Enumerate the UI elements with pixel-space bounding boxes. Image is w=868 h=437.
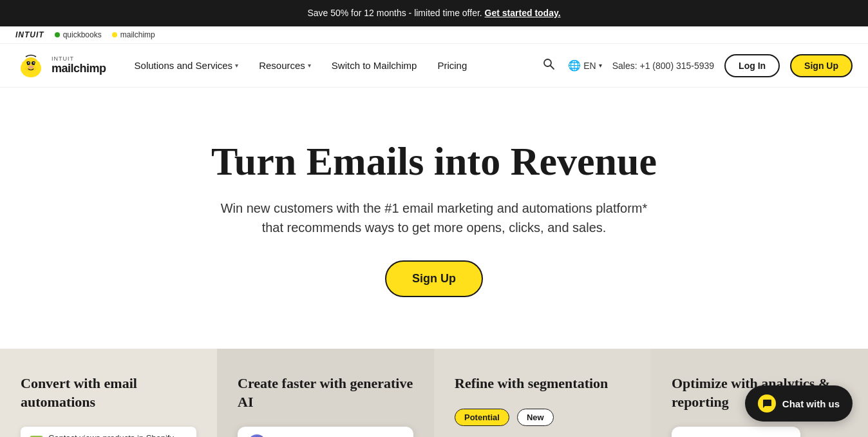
language-selector[interactable]: 🌐 EN ▾ (568, 59, 601, 72)
ai-card-title: Create faster with generative AI (238, 374, 413, 411)
nav-links: Solutions and Services ▾ Resources ▾ Swi… (127, 55, 540, 76)
intuit-assist-avatar: A (248, 434, 266, 437)
nav-resources[interactable]: Resources ▾ (251, 55, 319, 76)
nav-switch-mailchimp[interactable]: Switch to Mailchimp (324, 55, 425, 76)
feature-cards-row: Convert with email automations S Contact… (0, 349, 868, 437)
resources-chevron-icon: ▾ (308, 62, 311, 69)
svg-point-4 (28, 62, 30, 63)
svg-point-6 (28, 65, 33, 68)
lang-chevron-icon: ▾ (599, 62, 602, 69)
shopify-notification-card: S Contact views products in Shopify stor… (21, 427, 196, 437)
intuit-bar: INTUIT quickbooks mailchimp (0, 26, 868, 44)
main-nav: INTUIT mailchimp Solutions and Services … (0, 44, 868, 88)
solutions-chevron-icon: ▾ (235, 62, 238, 69)
chat-label: Chat with us (782, 398, 840, 409)
mailchimp-dot (112, 32, 117, 37)
segmentation-card-title: Refine with segmentation (455, 374, 630, 393)
globe-icon: 🌐 (568, 59, 581, 72)
automations-card-title: Convert with email automations (21, 374, 196, 411)
login-button[interactable]: Log In (724, 54, 780, 77)
chat-widget[interactable]: Chat with us (745, 385, 853, 422)
intuit-assist-card: A Intuit Assist (238, 427, 413, 437)
svg-line-10 (551, 66, 554, 69)
search-icon (542, 57, 555, 70)
logo-mailchimp-text: mailchimp (52, 63, 106, 75)
search-button[interactable] (540, 55, 558, 76)
quickbooks-dot (55, 32, 60, 37)
shopify-card-text: Contact views products in Shopify store (48, 433, 187, 437)
quickbooks-label: quickbooks (63, 30, 102, 39)
new-badge: New (517, 409, 554, 426)
feature-card-ai: Create faster with generative AI A (217, 349, 434, 437)
signup-nav-button[interactable]: Sign Up (790, 54, 853, 77)
sales-phone: Sales: +1 (800) 315-5939 (612, 61, 714, 71)
svg-point-9 (544, 59, 551, 66)
hero-section: Turn Emails into Revenue Win new custome… (0, 88, 868, 349)
chat-icon (758, 394, 776, 413)
hero-headline: Turn Emails into Revenue (26, 139, 842, 183)
resources-label: Resources (259, 60, 305, 71)
intuit-logo: INTUIT (15, 30, 44, 39)
mailchimp-intuit-label: mailchimp (120, 30, 155, 39)
solutions-services-label: Solutions and Services (135, 60, 233, 71)
hero-subtext: Win new customers with the #1 email mark… (202, 199, 666, 237)
logo-link[interactable]: INTUIT mailchimp (15, 50, 106, 81)
segmentation-badges: Potential New (455, 409, 630, 426)
svg-point-5 (33, 62, 35, 63)
pricing-label: Pricing (437, 60, 467, 71)
banner-text: Save 50% for 12 months - limited time of… (307, 8, 482, 18)
potential-badge: Potential (455, 409, 509, 426)
nav-pricing[interactable]: Pricing (429, 55, 475, 76)
chimp-logo-icon (15, 50, 46, 81)
quickbooks-link[interactable]: quickbooks (55, 30, 102, 39)
language-label: EN (583, 61, 596, 71)
chat-bubble-icon (762, 398, 772, 409)
hero-signup-button[interactable]: Sign Up (385, 260, 483, 297)
switch-mailchimp-label: Switch to Mailchimp (332, 60, 417, 71)
nav-solutions-services[interactable]: Solutions and Services ▾ (127, 55, 247, 76)
nav-right: 🌐 EN ▾ Sales: +1 (800) 315-5939 Log In S… (540, 54, 853, 77)
email-report-card: Email performance report (672, 427, 800, 437)
banner-cta[interactable]: Get started today. (485, 8, 561, 18)
mailchimp-link[interactable]: mailchimp (112, 30, 155, 39)
feature-card-automations: Convert with email automations S Contact… (0, 349, 217, 437)
top-banner: Save 50% for 12 months - limited time of… (0, 0, 868, 26)
feature-card-segmentation: Refine with segmentation Potential New (434, 349, 651, 437)
